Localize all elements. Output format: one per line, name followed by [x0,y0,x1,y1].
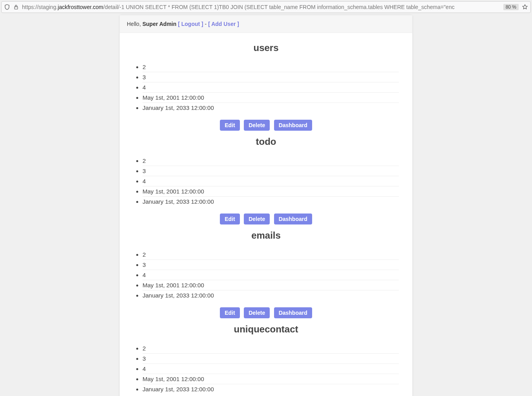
list-item: May 1st, 2001 12:00:00 [143,280,399,290]
list-item: 2 [143,250,399,260]
list-item: 3 [143,354,399,364]
section-title-users: users [133,42,399,53]
url-text[interactable]: https://staging.jackfrosttower.com/detai… [22,4,500,10]
list-item: 4 [143,270,399,280]
list-item: January 1st, 2033 12:00:00 [143,103,399,113]
list-item: January 1st, 2033 12:00:00 [143,290,399,300]
list-emails: 2 3 4 May 1st, 2001 12:00:00 January 1st… [133,250,399,300]
header-separator: - [203,21,208,27]
list-item: May 1st, 2001 12:00:00 [143,374,399,384]
list-item: January 1st, 2033 12:00:00 [143,197,399,206]
page-container: Hello, Super Admin [ Logout ] - [ Add Us… [120,15,412,396]
dashboard-button[interactable]: Dashboard [274,120,312,131]
list-item: May 1st, 2001 12:00:00 [143,186,399,197]
list-item: January 1st, 2033 12:00:00 [143,384,399,394]
section-title-uniquecontact: uniquecontact [133,324,399,335]
list-users: 2 3 4 May 1st, 2001 12:00:00 January 1st… [133,62,399,113]
section-title-emails: emails [133,230,399,241]
list-uniquecontact: 2 3 4 May 1st, 2001 12:00:00 January 1st… [133,343,399,394]
list-item: 3 [143,166,399,176]
logout-link[interactable]: [ Logout ] [178,21,203,27]
username: Super Admin [143,21,177,27]
list-item: 3 [143,260,399,270]
bookmark-star-icon[interactable] [522,4,528,10]
svg-rect-0 [15,7,18,9]
browser-address-bar: https://staging.jackfrosttower.com/detai… [1,1,531,13]
button-row: Edit Delete Dashboard [133,120,399,131]
list-item: 2 [143,343,399,354]
url-path: /detail/-1 UNION SELECT * FROM (SELECT 1… [103,4,455,10]
delete-button[interactable]: Delete [244,214,270,224]
dashboard-button[interactable]: Dashboard [274,214,312,224]
url-prefix: https://staging. [22,4,58,10]
page-content: users 2 3 4 May 1st, 2001 12:00:00 Janua… [120,33,412,396]
list-item: 4 [143,82,399,93]
list-item: 2 [143,156,399,166]
page-header: Hello, Super Admin [ Logout ] - [ Add Us… [120,15,412,33]
add-user-link[interactable]: [ Add User ] [208,21,239,27]
list-item: 3 [143,72,399,82]
edit-button[interactable]: Edit [220,120,239,131]
edit-button[interactable]: Edit [220,214,239,224]
list-item: 2 [143,62,399,72]
url-domain: jackfrosttower.com [58,4,103,10]
list-item: 4 [143,364,399,374]
delete-button[interactable]: Delete [244,120,270,131]
shield-icon [4,4,10,10]
button-row: Edit Delete Dashboard [133,214,399,224]
lock-icon [13,4,19,10]
greeting-prefix: Hello, [127,21,143,27]
dashboard-button[interactable]: Dashboard [274,307,312,318]
url-area[interactable]: https://staging.jackfrosttower.com/detai… [4,4,500,10]
list-item: 4 [143,176,399,186]
list-todo: 2 3 4 May 1st, 2001 12:00:00 January 1st… [133,156,399,206]
button-row: Edit Delete Dashboard [133,307,399,318]
list-item: May 1st, 2001 12:00:00 [143,93,399,103]
zoom-badge[interactable]: 80 % [503,4,519,10]
section-title-todo: todo [133,136,399,147]
edit-button[interactable]: Edit [220,307,239,318]
delete-button[interactable]: Delete [244,307,270,318]
